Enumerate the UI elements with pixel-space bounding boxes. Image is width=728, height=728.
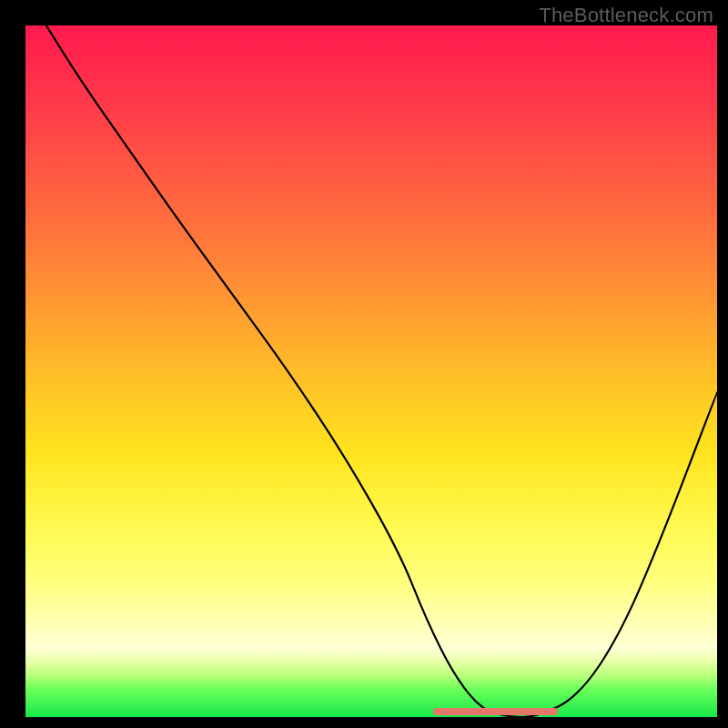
plot-area: [25, 25, 717, 717]
watermark-text: TheBottleneck.com: [539, 4, 713, 27]
optimal-range-marker: [433, 708, 558, 715]
bottleneck-curve: [25, 25, 717, 717]
curve-path: [46, 25, 717, 717]
frame: TheBottleneck.com: [0, 0, 728, 728]
